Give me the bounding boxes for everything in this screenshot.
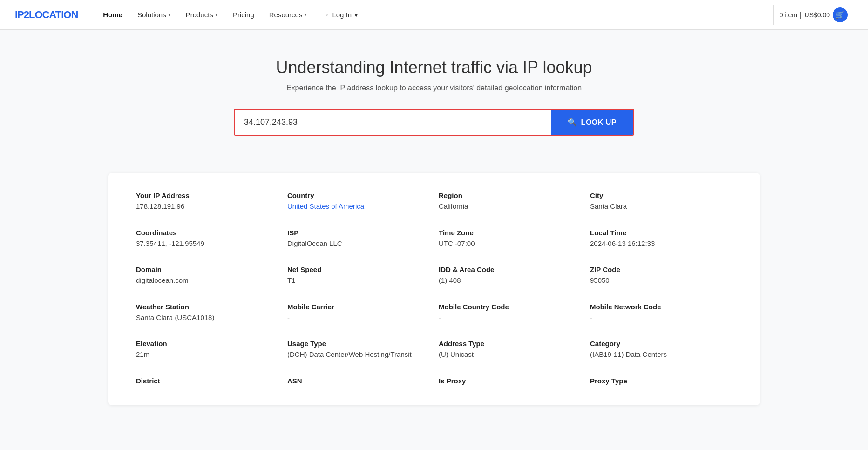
result-item: Net SpeedT1 (287, 266, 429, 286)
result-item: Mobile Carrier- (287, 303, 429, 323)
cart-icon: 🛒 (833, 7, 848, 22)
result-value: (IAB19-11) Data Centers (590, 349, 732, 360)
cart-button[interactable]: 0 item | US$0.00 🛒 (773, 5, 853, 25)
nav-home-label: Home (103, 11, 122, 19)
nav-pricing-label: Pricing (233, 11, 254, 19)
result-value: California (439, 201, 581, 212)
result-item: Local Time2024-06-13 16:12:33 (590, 229, 732, 249)
result-item: IDD & Area Code(1) 408 (439, 266, 581, 286)
result-label: Address Type (439, 340, 581, 348)
result-label: Usage Type (287, 340, 429, 348)
result-value: 95050 (590, 275, 732, 286)
result-label: Category (590, 340, 732, 348)
nav-resources[interactable]: Resources ▾ (263, 7, 314, 22)
cart-items: 0 item (780, 11, 797, 19)
result-value: (1) 408 (439, 275, 581, 286)
result-value: 37.35411, -121.95549 (136, 239, 278, 249)
nav-products-chevron: ▾ (215, 12, 218, 18)
result-value: Santa Clara (590, 201, 732, 212)
result-value: digitalocean.com (136, 275, 278, 286)
result-item: CountryUnited States of America (287, 191, 429, 212)
result-label: Mobile Country Code (439, 303, 581, 311)
results-card: Your IP Address178.128.191.96CountryUnit… (108, 173, 760, 405)
result-value: 2024-06-13 16:12:33 (590, 239, 732, 249)
result-label: Your IP Address (136, 191, 278, 199)
result-label: Net Speed (287, 266, 429, 273)
result-item: Elevation21m (136, 340, 278, 360)
nav-products-label: Products (186, 11, 213, 19)
hero-subtitle: Experience the IP address lookup to acce… (9, 84, 859, 92)
result-value: - (439, 313, 581, 323)
result-item: Usage Type(DCH) Data Center/Web Hosting/… (287, 340, 429, 360)
result-label: Elevation (136, 340, 278, 348)
result-value: 178.128.191.96 (136, 201, 278, 212)
result-label: Coordinates (136, 229, 278, 237)
result-item: RegionCalifornia (439, 191, 581, 212)
logo-text: IP2LOCATION (15, 9, 78, 20)
navbar: IP2LOCATION Home Solutions ▾ Products ▾ … (0, 0, 868, 30)
result-label: Time Zone (439, 229, 581, 237)
search-container: 🔍 LOOK UP (224, 109, 644, 136)
result-label: Is Proxy (439, 377, 581, 385)
result-item: ZIP Code95050 (590, 266, 732, 286)
nav-solutions[interactable]: Solutions ▾ (131, 7, 177, 22)
nav-resources-chevron: ▾ (304, 12, 307, 18)
result-item: District (136, 377, 278, 387)
result-label: ASN (287, 377, 429, 385)
cart-price: US$0.00 (805, 11, 830, 19)
nav-links: Home Solutions ▾ Products ▾ Pricing Reso… (96, 7, 773, 23)
result-value: UTC -07:00 (439, 239, 581, 249)
login-arrow-icon: → (322, 11, 329, 19)
lookup-button-label: LOOK UP (581, 118, 617, 127)
search-input[interactable] (235, 110, 551, 135)
hero-section: Understanding Internet traffic via IP lo… (0, 30, 868, 173)
result-item: Your IP Address178.128.191.96 (136, 191, 278, 212)
result-item: ASN (287, 377, 429, 387)
lookup-button[interactable]: 🔍 LOOK UP (551, 110, 633, 135)
result-item: Time ZoneUTC -07:00 (439, 229, 581, 249)
result-label: City (590, 191, 732, 199)
result-item: Domaindigitalocean.com (136, 266, 278, 286)
result-label: Country (287, 191, 429, 199)
result-value: (DCH) Data Center/Web Hosting/Transit (287, 349, 429, 360)
result-item: Is Proxy (439, 377, 581, 387)
result-label: Local Time (590, 229, 732, 237)
nav-login[interactable]: → Log In ▾ (315, 7, 365, 23)
result-item: Category(IAB19-11) Data Centers (590, 340, 732, 360)
nav-solutions-chevron: ▾ (168, 12, 171, 18)
search-icon: 🔍 (568, 118, 577, 127)
result-label: Region (439, 191, 581, 199)
nav-solutions-label: Solutions (137, 11, 166, 19)
result-label: ISP (287, 229, 429, 237)
result-label: Proxy Type (590, 377, 732, 385)
result-value: Santa Clara (USCA1018) (136, 313, 278, 323)
result-value: DigitalOcean LLC (287, 239, 429, 249)
result-value: (U) Unicast (439, 349, 581, 360)
nav-products[interactable]: Products ▾ (179, 7, 224, 22)
result-item: Address Type(U) Unicast (439, 340, 581, 360)
result-label: Mobile Carrier (287, 303, 429, 311)
nav-resources-label: Resources (269, 11, 303, 19)
result-value[interactable]: United States of America (287, 201, 429, 212)
result-item: Coordinates37.35411, -121.95549 (136, 229, 278, 249)
result-value: 21m (136, 349, 278, 360)
result-label: District (136, 377, 278, 385)
result-item: Proxy Type (590, 377, 732, 387)
result-label: Weather Station (136, 303, 278, 311)
result-label: IDD & Area Code (439, 266, 581, 273)
result-value: - (590, 313, 732, 323)
result-item: Mobile Network Code- (590, 303, 732, 323)
result-item: CitySanta Clara (590, 191, 732, 212)
hero-title: Understanding Internet traffic via IP lo… (9, 58, 859, 77)
result-value: - (287, 313, 429, 323)
nav-login-chevron: ▾ (354, 11, 358, 19)
logo[interactable]: IP2LOCATION (15, 9, 78, 21)
result-item: ISPDigitalOcean LLC (287, 229, 429, 249)
result-item: Weather StationSanta Clara (USCA1018) (136, 303, 278, 323)
nav-login-label: Log In (332, 11, 352, 19)
results-grid: Your IP Address178.128.191.96CountryUnit… (136, 191, 732, 387)
nav-home[interactable]: Home (96, 7, 129, 22)
search-box: 🔍 LOOK UP (234, 109, 634, 136)
result-value: T1 (287, 275, 429, 286)
nav-pricing[interactable]: Pricing (226, 7, 261, 22)
